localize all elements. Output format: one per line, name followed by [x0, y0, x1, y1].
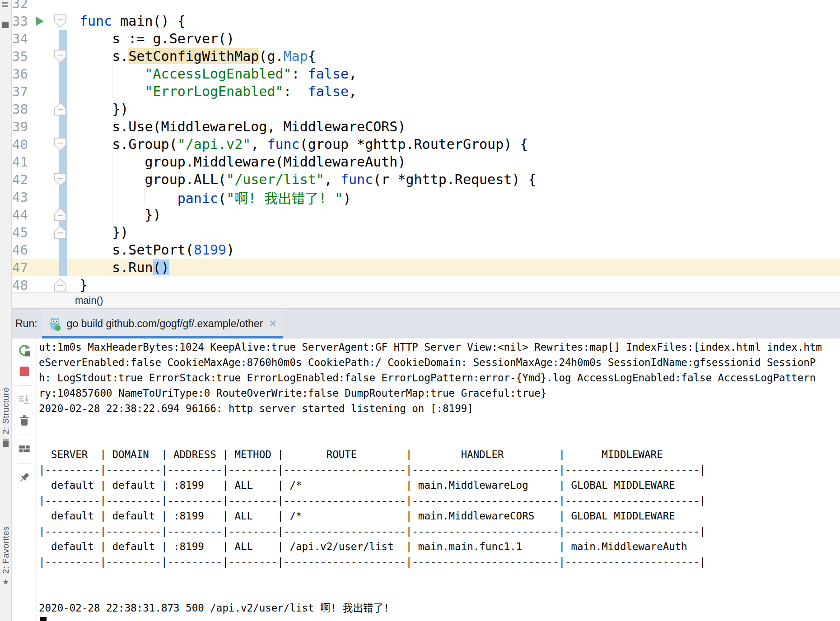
fold-marker[interactable] — [54, 50, 66, 63]
run-tab-title: go build github.com/gogf/gf/.example/oth… — [67, 318, 263, 330]
sidebar-item-favorites[interactable]: 2: Favorites ★ — [0, 526, 11, 586]
line-number[interactable]: 33 — [12, 14, 28, 29]
code-text: group.ALL("/user/list", func(r *ghttp.Re… — [77, 171, 840, 187]
code-line[interactable]: 43 panic("啊! 我出错了! ") — [12, 188, 840, 206]
stop-icon[interactable] — [18, 365, 31, 378]
structure-label: 2: Structure — [1, 387, 11, 434]
gutter-marker-cell — [50, 12, 77, 30]
code-line[interactable]: 41 group.Middleware(MiddlewareAuth) — [12, 153, 840, 171]
breadcrumb: main() — [12, 292, 840, 308]
line-number[interactable]: 37 — [12, 84, 28, 99]
run-panel-header: Run: — [12, 308, 840, 338]
line-number[interactable]: 45 — [12, 225, 28, 240]
rerun-icon[interactable] — [18, 344, 31, 357]
toolbar-separator — [18, 435, 31, 435]
code-text: }) — [77, 224, 840, 240]
gutter-marker-cell — [50, 100, 77, 118]
line-number[interactable]: 39 — [12, 119, 28, 134]
fold-marker[interactable] — [54, 173, 66, 186]
vcs-change-marker — [59, 241, 67, 259]
code-line[interactable]: 48} — [12, 276, 840, 292]
line-number[interactable]: 44 — [12, 207, 28, 222]
code-line[interactable]: 39 s.Use(MiddlewareLog, MiddlewareCORS) — [12, 118, 840, 135]
code-line[interactable]: 40 s.Group("/api.v2", func(group *ghttp.… — [12, 135, 840, 153]
code-line[interactable]: 32 — [12, 0, 840, 12]
line-number[interactable]: 47 — [12, 260, 28, 275]
run-console: ut:1m0s MaxHeaderBytes:1024 KeepAlive:tr… — [12, 338, 840, 621]
line-number[interactable]: 40 — [12, 137, 28, 152]
code-text: s.Use(MiddlewareLog, MiddlewareCORS) — [77, 119, 840, 134]
sidebar-item-structure[interactable]: 2: Structure — [0, 387, 11, 447]
gutter-icon-cell — [28, 17, 50, 26]
fold-marker[interactable] — [54, 102, 66, 116]
console-output[interactable]: ut:1m0s MaxHeaderBytes:1024 KeepAlive:tr… — [37, 338, 840, 621]
gutter-marker-cell — [50, 65, 77, 83]
console-text[interactable]: ut:1m0s MaxHeaderBytes:1024 KeepAlive:tr… — [39, 339, 840, 621]
line-number[interactable]: 48 — [12, 278, 28, 293]
structure-icon — [3, 439, 9, 447]
pin-icon[interactable] — [18, 471, 31, 484]
vcs-change-marker — [59, 118, 67, 135]
code-text: s.Group("/api.v2", func(group *ghttp.Rou… — [77, 136, 840, 152]
tool-window-stripe: 2: Structure 2: Favorites ★ — [0, 0, 12, 621]
code-line[interactable]: 47 s.Run() — [12, 259, 840, 276]
line-number[interactable]: 35 — [12, 49, 28, 64]
code-line[interactable]: 34 s := g.Server() — [12, 30, 840, 47]
line-number[interactable]: 34 — [12, 31, 28, 46]
scroll-to-end-icon[interactable] — [18, 393, 31, 407]
fold-marker[interactable] — [54, 278, 66, 292]
terminal-cursor — [40, 617, 47, 621]
clear-icon[interactable] — [18, 414, 31, 427]
line-number[interactable]: 41 — [12, 154, 28, 170]
ide-window: 2: Structure 2: Favorites ★ 3233func mai… — [0, 0, 840, 621]
fold-marker[interactable] — [54, 208, 66, 221]
code-line[interactable]: 33func main() { — [12, 12, 840, 30]
breadcrumb-item-main[interactable]: main() — [75, 295, 103, 306]
fold-marker[interactable] — [54, 14, 66, 28]
run-gutter-icon[interactable] — [36, 17, 44, 26]
line-number[interactable]: 42 — [12, 172, 28, 187]
code-line[interactable]: 37 "ErrorLogEnabled": false, — [12, 83, 840, 100]
code-line[interactable]: 45 }) — [12, 223, 840, 241]
restore-layout-icon[interactable] — [18, 442, 31, 456]
go-gopher-run-icon — [48, 317, 62, 331]
code-line[interactable]: 44 }) — [12, 206, 840, 223]
code-text: }) — [77, 207, 840, 222]
fold-marker[interactable] — [54, 138, 66, 151]
code-text: s := g.Server() — [77, 31, 840, 46]
line-number[interactable]: 32 — [12, 0, 28, 11]
vcs-change-marker — [59, 65, 67, 83]
code-text: group.Middleware(MiddlewareAuth) — [77, 154, 840, 170]
vcs-change-marker — [59, 30, 67, 47]
code-editor[interactable]: 3233func main() {34 s := g.Server()35 s.… — [12, 0, 840, 292]
gutter-marker-cell — [50, 206, 77, 223]
vcs-change-marker — [59, 188, 67, 206]
toolbar-separator — [18, 385, 31, 386]
run-label: Run: — [15, 318, 37, 330]
line-number[interactable]: 36 — [12, 66, 28, 82]
run-tab[interactable]: go build github.com/gogf/gf/.example/oth… — [42, 309, 283, 338]
gutter-marker-cell — [50, 47, 77, 65]
run-toolbar — [12, 338, 37, 621]
tool-window-icon[interactable] — [2, 22, 9, 28]
line-number[interactable]: 46 — [12, 242, 28, 258]
code-line[interactable]: 46 s.SetPort(8199) — [12, 241, 840, 259]
line-number[interactable]: 38 — [12, 102, 28, 117]
code-text: }) — [77, 101, 840, 117]
code-line[interactable]: 35 s.SetConfigWithMap(g.Map{ — [12, 47, 840, 65]
line-number[interactable]: 43 — [12, 190, 28, 205]
code-text: } — [77, 277, 840, 292]
fold-marker[interactable] — [54, 226, 66, 239]
code-text: panic("啊! 我出错了! ") — [77, 187, 840, 207]
close-icon[interactable]: × — [269, 318, 276, 330]
gutter-marker-cell — [50, 276, 77, 292]
vcs-change-marker — [59, 153, 67, 171]
gutter-marker-cell — [50, 118, 77, 135]
gutter-marker-cell — [50, 30, 77, 47]
gutter-marker-cell — [50, 171, 77, 188]
code-text: "AccessLogEnabled": false, — [77, 66, 840, 82]
code-line[interactable]: 36 "AccessLogEnabled": false, — [12, 65, 840, 83]
code-line[interactable]: 42 group.ALL("/user/list", func(r *ghttp… — [12, 171, 840, 188]
favorites-label: 2: Favorites — [1, 526, 11, 574]
code-line[interactable]: 38 }) — [12, 100, 840, 118]
